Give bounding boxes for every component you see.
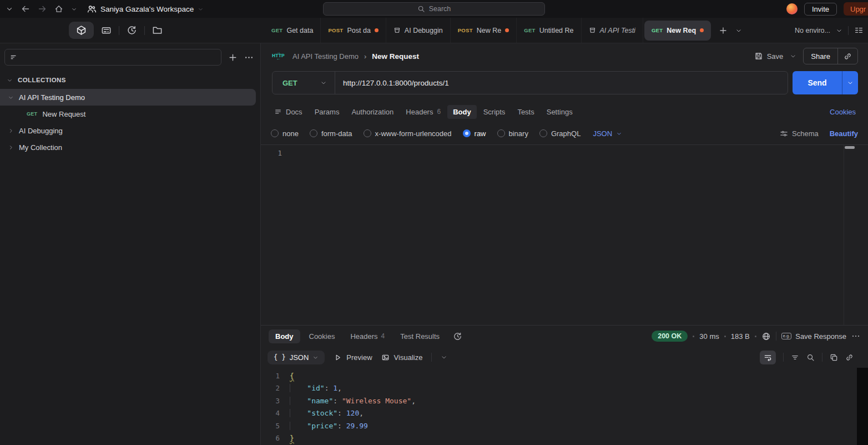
tree-item[interactable]: My Collection <box>0 139 260 156</box>
home-chevron-icon[interactable] <box>71 6 77 12</box>
response-link-icon[interactable] <box>845 353 854 362</box>
save-options-chevron-icon[interactable] <box>790 53 796 59</box>
request-section-tab[interactable]: Tests <box>512 105 539 119</box>
method-chevron-icon <box>320 79 327 86</box>
folder-rail-icon[interactable] <box>152 25 163 36</box>
response-search-icon[interactable] <box>806 353 815 362</box>
request-tab[interactable]: GETNew Req <box>644 21 711 41</box>
new-tab-button[interactable] <box>719 26 728 35</box>
raw-language-select[interactable]: JSON <box>593 129 622 138</box>
upgrade-button[interactable]: Upgr <box>844 2 868 16</box>
body-mode-GraphQL[interactable]: GraphQL <box>539 129 581 138</box>
method-select[interactable]: GET <box>272 79 335 87</box>
request-section-tab[interactable]: Headers6 <box>400 105 446 119</box>
tab-options-chevron-icon[interactable] <box>735 27 742 34</box>
request-section-tab[interactable]: Scripts <box>478 105 511 119</box>
tree-item[interactable]: AI Debugging <box>0 122 260 139</box>
copy-response-icon[interactable] <box>830 353 838 362</box>
editor-scrollbar-thumb[interactable] <box>845 146 855 149</box>
collections-section-header[interactable]: COLLECTIONS <box>0 66 260 89</box>
json-token: : <box>337 409 346 417</box>
response-section-tab[interactable]: Test Results <box>393 329 446 343</box>
response-section-tab[interactable]: Body <box>269 329 300 343</box>
code-line: { <box>290 370 868 382</box>
sidebar-more-button[interactable] <box>244 53 254 62</box>
body-mode-label: raw <box>475 129 486 138</box>
breadcrumb-collection[interactable]: AI API Testing Demo <box>292 52 359 61</box>
visualize-options-chevron-icon[interactable] <box>441 354 447 361</box>
add-collection-button[interactable] <box>228 53 238 62</box>
workspace-switcher[interactable]: Saniya Gazala's Workspace <box>87 4 204 14</box>
url-input[interactable]: http://127.0.0.1:8000/products/1 <box>335 79 457 87</box>
response-history-icon[interactable] <box>453 332 462 341</box>
json-token: } <box>290 434 294 442</box>
share-button[interactable]: Share <box>804 52 837 61</box>
response-scrollbar[interactable] <box>857 368 868 445</box>
collection-filter-input[interactable] <box>4 49 221 66</box>
home-icon[interactable] <box>54 4 63 13</box>
tab-method-label: POST <box>328 27 343 33</box>
people-icon <box>87 4 97 14</box>
avatar[interactable] <box>786 3 798 14</box>
request-section-tab[interactable]: Body <box>447 105 477 119</box>
environment-chevron-icon[interactable] <box>836 27 842 34</box>
visualize-button[interactable]: Visualize <box>381 353 423 362</box>
code-line: } <box>290 432 868 444</box>
schema-button[interactable]: Schema <box>780 129 819 138</box>
request-section-tab[interactable]: Authorization <box>346 105 399 119</box>
send-options-chevron-icon[interactable] <box>842 71 858 94</box>
invite-button[interactable]: Invite <box>804 3 837 16</box>
request-tab[interactable]: POSTPost da <box>321 18 386 43</box>
request-section-tab-label: Scripts <box>483 108 506 116</box>
breadcrumb-request-name[interactable]: New Request <box>372 52 419 61</box>
response-more-button[interactable] <box>851 332 860 341</box>
collections-rail-icon[interactable] <box>69 22 94 39</box>
beautify-button[interactable]: Beautify <box>830 129 858 138</box>
copy-link-icon[interactable] <box>838 52 857 61</box>
environment-quick-look-icon[interactable] <box>854 26 864 35</box>
body-mode-binary[interactable]: binary <box>497 129 528 138</box>
request-section-tab[interactable]: Params <box>309 105 345 119</box>
format-chevron-icon <box>312 354 319 361</box>
forward-arrow-icon[interactable] <box>38 4 47 13</box>
body-mode-form-data[interactable]: form-data <box>310 129 352 138</box>
request-tab[interactable]: AI API Testi <box>582 18 643 43</box>
editor-scrollbar[interactable] <box>844 145 855 325</box>
body-mode-x-www-form-urlencoded[interactable]: x-www-form-urlencoded <box>364 129 452 138</box>
request-body-editor[interactable]: 1 <box>261 144 868 325</box>
request-tab[interactable]: POSTNew Re <box>451 18 517 43</box>
save-button[interactable]: Save <box>754 52 784 61</box>
response-body[interactable]: 123456 { "id": 1, "name": "Wireless Mous… <box>261 368 868 445</box>
sidebar: COLLECTIONS AI API Testing DemoGETNew Re… <box>0 43 261 445</box>
tree-item[interactable]: GETNew Request <box>0 106 260 122</box>
response-format-select[interactable]: { } JSON <box>268 351 325 364</box>
send-button[interactable]: Send <box>793 71 842 94</box>
preview-button[interactable]: Preview <box>334 353 372 362</box>
request-section-tab[interactable]: Settings <box>541 105 578 119</box>
tree-item[interactable]: AI API Testing Demo <box>0 89 256 106</box>
save-response-button[interactable]: e.g. Save Response <box>781 332 846 341</box>
window-chevron-icon[interactable] <box>6 5 13 13</box>
response-filter-icon[interactable] <box>791 353 799 362</box>
tab-label: New Req <box>667 27 696 34</box>
request-section-tab[interactable]: Docs <box>269 105 308 119</box>
request-tab[interactable]: GETGet data <box>264 18 321 43</box>
request-tab[interactable]: AI Debuggin <box>386 18 451 43</box>
back-arrow-icon[interactable] <box>21 4 30 13</box>
environment-selector[interactable]: No enviro... <box>795 27 830 34</box>
request-tab[interactable]: GETUntitled Re <box>517 18 581 43</box>
response-section-tab[interactable]: Headers4 <box>344 329 391 343</box>
global-search-input[interactable]: Search <box>323 2 545 16</box>
environments-rail-icon[interactable] <box>101 25 112 36</box>
word-wrap-icon[interactable] <box>760 351 776 364</box>
globe-icon[interactable] <box>761 332 771 341</box>
tabstrip-tabs: GETGet dataPOSTPost daAI DebugginPOSTNew… <box>264 18 712 43</box>
history-rail-icon[interactable] <box>127 25 137 36</box>
request-panel: → HTTP ← AI API Testing Demo › New Reque… <box>261 43 868 445</box>
response-section-tab[interactable]: Cookies <box>302 329 342 343</box>
cookies-link[interactable]: Cookies <box>830 108 860 116</box>
workspace-chevron-icon <box>198 6 204 12</box>
body-mode-none[interactable]: none <box>271 129 299 138</box>
body-mode-raw[interactable]: raw <box>463 129 486 138</box>
collection-icon <box>393 27 401 34</box>
